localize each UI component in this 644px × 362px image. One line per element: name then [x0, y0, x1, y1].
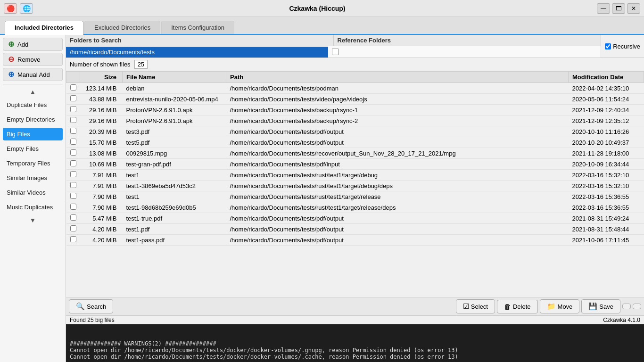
- cell-size: 29.16 MiB: [80, 105, 123, 115]
- recursive-label: Recursive: [613, 43, 640, 50]
- table-row: 43.88 MiBentrevista-nunilo-2020-05-06.mp…: [66, 94, 644, 105]
- log-text: ############### WARNINGS(2) ############…: [70, 340, 640, 360]
- folder-path-selected[interactable]: /home/ricardo/Documents/tests: [66, 47, 328, 58]
- files-count-label: Number of shown files: [70, 61, 131, 68]
- cell-date: 2020-05-06 11:54:24: [569, 94, 644, 105]
- row-checkbox[interactable]: [70, 171, 76, 177]
- cell-date: 2021-11-28 19:18:00: [569, 148, 644, 159]
- cell-filename: test1: [123, 170, 226, 181]
- move-button[interactable]: 📁 Move: [540, 299, 580, 313]
- manual-add-label: Manual Add: [17, 71, 50, 78]
- sidebar-item-big-files[interactable]: Big Files: [3, 128, 63, 140]
- row-checkbox[interactable]: [70, 204, 76, 210]
- cell-path: /home/ricardo/Documents/tests/pdf/output: [226, 213, 569, 224]
- app-icon-red[interactable]: 🔴: [4, 3, 17, 14]
- row-checkbox[interactable]: [70, 149, 76, 156]
- add-button[interactable]: ⊕ Add: [3, 38, 63, 51]
- cell-filename: test1-98d68b259e69d0b5: [123, 202, 226, 213]
- sidebar-item-similar-videos[interactable]: Similar Videos: [3, 186, 63, 199]
- folder-checkbox[interactable]: [332, 49, 339, 55]
- col-header-date: Modification Date: [569, 72, 644, 83]
- cell-path: /home/ricardo/Documents/tests/rust/test1…: [226, 202, 569, 213]
- row-checkbox[interactable]: [70, 117, 76, 123]
- status-text: Found 25 big files: [70, 317, 115, 323]
- cell-filename: test5.pdf: [123, 137, 226, 148]
- files-count-value: 25: [134, 60, 148, 69]
- delete-label: Delete: [513, 303, 531, 310]
- row-checkbox[interactable]: [70, 236, 76, 242]
- row-checkbox[interactable]: [70, 182, 76, 188]
- remove-icon: ⊖: [7, 56, 15, 63]
- app-version: Czkawka 4.1.0: [603, 317, 640, 323]
- cell-date: 2022-03-16 15:32:10: [569, 170, 644, 181]
- cell-date: 2020-10-10 11:16:26: [569, 126, 644, 137]
- row-checkbox[interactable]: [70, 84, 76, 90]
- maximize-button[interactable]: 🗖: [612, 3, 625, 14]
- cell-filename: 00929815.mpg: [123, 148, 226, 159]
- row-checkbox[interactable]: [70, 139, 76, 145]
- search-icon: 🔍: [76, 302, 85, 311]
- tab-excluded-directories[interactable]: Excluded Directories: [84, 21, 160, 34]
- folders-panel: Folders to Search Reference Folders /hom…: [66, 35, 644, 58]
- close-button[interactable]: ✕: [627, 3, 640, 14]
- sidebar-item-similar-images[interactable]: Similar Images: [3, 172, 63, 184]
- sidebar-item-duplicate-files[interactable]: Duplicate Files: [3, 99, 63, 111]
- row-checkbox[interactable]: [70, 106, 76, 112]
- cell-filename: test1: [123, 191, 226, 202]
- cell-date: 2022-03-16 15:36:55: [569, 191, 644, 202]
- files-table: Size File Name Path Modification Date 12…: [66, 71, 644, 246]
- move-label: Move: [558, 303, 573, 310]
- row-checkbox[interactable]: [70, 225, 76, 231]
- save-button[interactable]: 💾 Save: [581, 299, 620, 313]
- cell-path: /home/ricardo/Documents/tests/video/page…: [226, 94, 569, 105]
- table-body: 123.14 MiBdebian/home/ricardo/Documents/…: [66, 83, 644, 246]
- cell-size: 20.39 MiB: [80, 126, 123, 137]
- tab-items-configuration[interactable]: Items Configuration: [161, 21, 234, 34]
- minimize-button[interactable]: —: [597, 3, 610, 14]
- files-table-container[interactable]: Size File Name Path Modification Date 12…: [66, 71, 644, 297]
- delete-button[interactable]: 🗑 Delete: [497, 300, 538, 313]
- cell-filename: test-gran-pdf.pdf: [123, 159, 226, 170]
- save-label: Save: [599, 303, 613, 310]
- extra-button-1[interactable]: [622, 304, 631, 309]
- row-checkbox[interactable]: [70, 160, 76, 166]
- row-checkbox[interactable]: [70, 193, 76, 199]
- search-button[interactable]: 🔍 Search: [69, 299, 113, 313]
- extra-button-2[interactable]: [633, 304, 641, 309]
- sidebar-item-empty-directories[interactable]: Empty Directories: [3, 113, 63, 126]
- row-checkbox[interactable]: [70, 95, 76, 101]
- cell-filename: ProtonVPN-2.6.91.0.apk: [123, 115, 226, 126]
- cell-filename: entrevista-nunilo-2020-05-06.mp4: [123, 94, 226, 105]
- sidebar-item-empty-files[interactable]: Empty Files: [3, 142, 63, 155]
- select-button[interactable]: ☑ Select: [456, 299, 495, 313]
- red-icon: 🔴: [7, 5, 15, 12]
- files-count-bar: Number of shown files 25: [66, 58, 644, 71]
- cell-size: 13.08 MiB: [80, 148, 123, 159]
- manual-add-button[interactable]: ⊕ Manual Add: [3, 68, 63, 81]
- cell-date: 2021-08-31 15:48:44: [569, 224, 644, 235]
- sidebar-divider-top: [3, 84, 63, 84]
- sidebar-item-temporary-files[interactable]: Temporary Files: [3, 157, 63, 170]
- select-label: Select: [471, 303, 488, 310]
- cell-path: /home/ricardo/Documents/tests/rust/test1…: [226, 181, 569, 191]
- table-row: 7.91 MiBtest1/home/ricardo/Documents/tes…: [66, 170, 644, 181]
- log-area[interactable]: ############### WARNINGS(2) ############…: [66, 324, 644, 362]
- cell-filename: ProtonVPN-2.6.91.0.apk: [123, 105, 226, 115]
- sidebar-scroll-up[interactable]: ▲: [3, 87, 63, 97]
- tab-included-directories[interactable]: Included Directories: [5, 21, 83, 35]
- recursive-checkbox[interactable]: [605, 43, 611, 49]
- folders-main: Folders to Search Reference Folders /hom…: [66, 35, 601, 58]
- sidebar-scroll-down[interactable]: ▼: [3, 215, 63, 225]
- col-header-size: Size: [80, 72, 123, 83]
- cell-size: 7.90 MiB: [80, 191, 123, 202]
- cell-filename: test1.pdf: [123, 224, 226, 235]
- cell-date: 2020-10-09 16:34:44: [569, 159, 644, 170]
- sidebar-item-music-duplicates[interactable]: Music Duplicates: [3, 201, 63, 214]
- remove-label: Remove: [17, 56, 40, 63]
- remove-button[interactable]: ⊖ Remove: [3, 53, 63, 66]
- row-checkbox[interactable]: [70, 214, 76, 221]
- app-icon-globe[interactable]: 🌐: [20, 3, 33, 14]
- row-checkbox[interactable]: [70, 128, 76, 134]
- cell-size: 5.47 MiB: [80, 213, 123, 224]
- cell-size: 7.91 MiB: [80, 181, 123, 191]
